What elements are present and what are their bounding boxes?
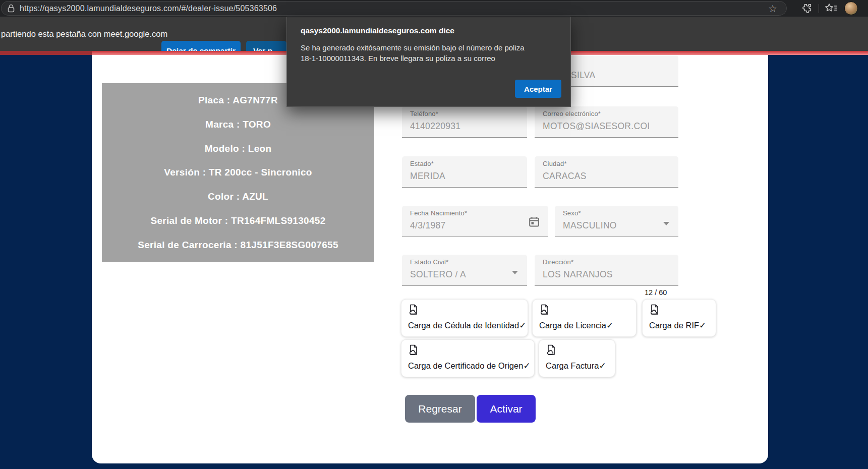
telefono-field[interactable]: Teléfono* 4140220931 <box>402 106 527 138</box>
toolbar-separator <box>819 4 819 13</box>
telefono-value: 4140220931 <box>410 121 460 132</box>
fecha-nacimiento-field[interactable]: Fecha Nacimiento* 4/3/1987 <box>402 206 548 237</box>
vehicle-engine-serial: Serial de Motor : TR164FMLS9130452 <box>102 215 374 226</box>
file-upload-icon <box>408 304 419 315</box>
profile-avatar[interactable] <box>844 2 858 15</box>
estado-civil-label: Estado Civil* <box>410 258 448 266</box>
file-upload-icon <box>649 304 660 315</box>
upload-label: Carga de Certificado de Origen <box>408 361 523 370</box>
upload-label: Carga de Cédula de Identidad <box>408 321 519 330</box>
check-icon: ✓ <box>519 321 526 330</box>
direccion-label: Dirección* <box>543 258 573 266</box>
favorites-collections-icon[interactable] <box>824 3 838 14</box>
browser-toolbar: https://qasys2000.lamundialdeseguros.com… <box>0 0 868 17</box>
correo-field[interactable]: Correo electrónico* MOTOS@SIASESOR.COI <box>535 106 678 138</box>
aceptar-button[interactable]: Aceptar <box>515 80 561 98</box>
extensions-icon[interactable] <box>801 3 813 14</box>
ciudad-label: Ciudad* <box>543 160 567 167</box>
alert-dialog-message-line1: Se ha generado exitósamente su emisión b… <box>301 43 525 52</box>
bookmark-star-icon[interactable]: ☆ <box>768 2 777 16</box>
browser-window: https://qasys2000.lamundialdeseguros.com… <box>0 0 868 469</box>
upload-label: Carga de Licencia <box>539 321 606 330</box>
activar-button[interactable]: Activar <box>477 395 536 423</box>
correo-label: Correo electrónico* <box>543 110 601 118</box>
lock-icon[interactable] <box>6 4 16 14</box>
vehicle-version: Versión : TR 200cc - Sincronico <box>102 167 374 178</box>
vehicle-color: Color : AZUL <box>102 191 374 202</box>
chevron-down-icon <box>663 222 669 225</box>
upload-factura-button[interactable]: Carga Factura✓ <box>539 339 615 377</box>
check-icon: ✓ <box>599 361 606 371</box>
file-upload-icon <box>539 304 550 315</box>
sexo-value: MASCULINO <box>563 220 617 231</box>
vehicle-model: Modelo : Leon <box>102 143 374 154</box>
ciudad-field[interactable]: Ciudad* CARACAS <box>535 156 678 188</box>
file-upload-icon <box>546 344 557 356</box>
check-icon: ✓ <box>699 321 706 330</box>
sexo-select[interactable]: Sexo* MASCULINO <box>555 206 678 237</box>
alert-dialog-message-line2: 18-1-10000011343. En breve llegara su po… <box>301 54 495 63</box>
alert-dialog-title: qasys2000.lamundialdeseguros.com dice <box>301 26 454 35</box>
estado-value: MERIDA <box>410 171 445 182</box>
upload-rif-button[interactable]: Carga de RIF✓ <box>642 299 716 337</box>
url-text[interactable]: https://qasys2000.lamundialdeseguros.com… <box>20 4 277 13</box>
sexo-label: Sexo* <box>563 209 581 217</box>
telefono-label: Teléfono* <box>410 110 438 118</box>
upload-cedula-button[interactable]: Carga de Cédula de Identidad✓ <box>401 299 528 337</box>
check-icon: ✓ <box>523 361 530 371</box>
app-header-red-line-shade <box>0 51 92 55</box>
upload-label: Carga de RIF <box>649 321 699 330</box>
upload-label: Carga Factura <box>546 361 599 370</box>
share-banner-message: partiendo esta pestaña con meet.google.c… <box>1 17 167 51</box>
vehicle-info-panel: Placa : AG7N77R Marca : TORO Modelo : Le… <box>102 83 374 262</box>
address-bar[interactable]: https://qasys2000.lamundialdeseguros.com… <box>1 1 787 16</box>
fecha-nacimiento-value: 4/3/1987 <box>410 220 446 231</box>
calendar-icon[interactable] <box>528 216 540 228</box>
estado-civil-value: SOLTERO / A <box>410 269 466 280</box>
check-icon: ✓ <box>606 321 613 330</box>
ciudad-value: CARACAS <box>543 171 587 182</box>
direccion-field[interactable]: Dirección* LOS NARANJOS <box>535 255 678 286</box>
file-upload-icon <box>408 344 419 356</box>
fecha-nacimiento-label: Fecha Nacimiento* <box>410 209 467 217</box>
correo-value: MOTOS@SIASESOR.COI <box>543 121 650 132</box>
estado-label: Estado* <box>410 160 434 167</box>
vehicle-body-serial: Serial de Carroceria : 81J51F3E8SG007655 <box>102 240 374 251</box>
upload-certificado-button[interactable]: Carga de Certificado de Origen✓ <box>401 339 535 377</box>
direccion-value: LOS NARANJOS <box>543 269 613 280</box>
apellido-value: SILVA <box>571 70 596 81</box>
regresar-button[interactable]: Regresar <box>405 395 475 423</box>
upload-licencia-button[interactable]: Carga de Licencia✓ <box>532 299 636 337</box>
estado-civil-select[interactable]: Estado Civil* SOLTERO / A <box>402 255 527 286</box>
alert-dialog: qasys2000.lamundialdeseguros.com dice Se… <box>286 17 571 107</box>
char-counter: 12 / 60 <box>645 288 667 297</box>
vehicle-brand: Marca : TORO <box>102 119 374 130</box>
content-card: Placa : AG7N77R Marca : TORO Modelo : Le… <box>92 55 768 463</box>
chevron-down-icon <box>512 271 518 274</box>
estado-field[interactable]: Estado* MERIDA <box>402 156 527 188</box>
